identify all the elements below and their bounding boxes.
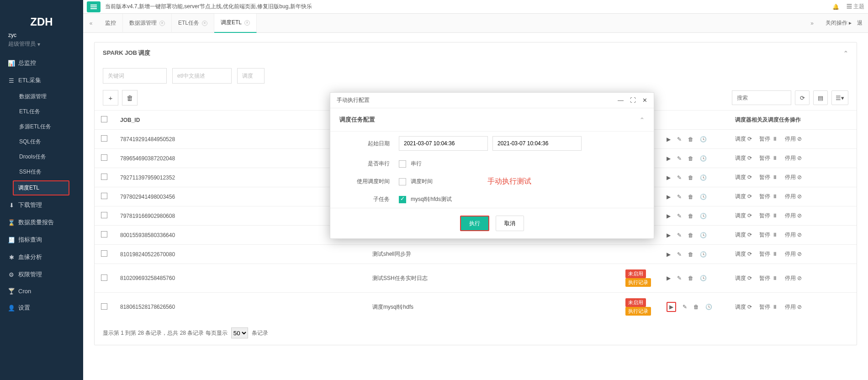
nav-sql-task[interactable]: SQL任务	[0, 134, 83, 149]
serial-checkbox[interactable]	[399, 160, 406, 168]
columns-button[interactable]: ☰▾	[831, 90, 848, 105]
tab-etl[interactable]: ETL任务×	[172, 14, 214, 33]
clock-icon[interactable]: 🕓	[700, 251, 707, 258]
row-checkbox[interactable]	[101, 231, 107, 238]
pause-action[interactable]: 暂停 ⏸	[759, 135, 777, 143]
stop-action[interactable]: 停用 ⊘	[785, 231, 802, 239]
schedule-action[interactable]: 调度 ⟳	[735, 274, 752, 282]
stop-action[interactable]: 停用 ⊘	[785, 303, 802, 311]
toggle-view-button[interactable]: ▤	[813, 90, 828, 105]
log-badge[interactable]: 执行记录	[625, 278, 651, 287]
play-icon[interactable]: ▶	[667, 194, 671, 200]
edit-icon[interactable]: ✎	[677, 251, 682, 258]
nav-quality[interactable]: ⌛数据质量报告	[0, 214, 83, 231]
delete-button[interactable]: 🗑	[122, 90, 138, 106]
trash-icon[interactable]: 🗑	[688, 174, 693, 181]
stop-action[interactable]: 停用 ⊘	[785, 274, 802, 282]
theme-toggle[interactable]: ☰ 主题	[847, 3, 864, 11]
schedule-action[interactable]: 调度 ⟳	[735, 303, 752, 311]
stop-action[interactable]: 停用 ⊘	[785, 174, 802, 181]
stop-action[interactable]: 停用 ⊘	[785, 135, 802, 143]
stop-action[interactable]: 停用 ⊘	[785, 250, 802, 258]
play-icon[interactable]: ▶	[667, 251, 671, 258]
cancel-button[interactable]: 取消	[496, 216, 524, 231]
clock-icon[interactable]: 🕓	[700, 136, 707, 142]
pause-action[interactable]: 暂停 ⏸	[759, 174, 777, 181]
clock-icon[interactable]: 🕓	[700, 213, 707, 219]
close-icon[interactable]: ×	[244, 20, 250, 26]
date-to-input[interactable]	[492, 136, 582, 151]
edit-icon[interactable]: ✎	[677, 213, 682, 219]
clock-icon[interactable]: 🕓	[705, 304, 712, 310]
nav-metrics[interactable]: 🧾指标查询	[0, 231, 83, 248]
menu-toggle-button[interactable]	[87, 1, 101, 12]
tabs-next-button[interactable]: »	[804, 20, 820, 26]
play-icon[interactable]: ▶	[667, 275, 671, 281]
edit-icon[interactable]: ✎	[677, 155, 682, 162]
nav-permission[interactable]: ⚙权限管理	[0, 266, 83, 283]
schedule-action[interactable]: 调度 ⟳	[735, 154, 752, 162]
filter-etl-input[interactable]	[172, 68, 232, 84]
pause-action[interactable]: 暂停 ⏸	[759, 193, 777, 201]
nav-etl-task[interactable]: ETL任务	[0, 104, 83, 119]
play-icon[interactable]: ▶	[667, 302, 676, 312]
pause-action[interactable]: 暂停 ⏸	[759, 212, 777, 220]
trash-icon[interactable]: 🗑	[688, 251, 693, 258]
stop-action[interactable]: 停用 ⊘	[785, 154, 802, 162]
execute-button[interactable]: 执行	[460, 216, 489, 231]
stop-action[interactable]: 停用 ⊘	[785, 193, 802, 201]
row-checkbox[interactable]	[101, 135, 107, 142]
refresh-button[interactable]: ⟳	[795, 90, 810, 105]
trash-icon[interactable]: 🗑	[688, 275, 693, 281]
trash-icon[interactable]: 🗑	[688, 155, 693, 162]
nav-settings[interactable]: 👤设置	[0, 299, 83, 317]
trash-icon[interactable]: 🗑	[693, 304, 699, 310]
filter-schedule-input[interactable]	[237, 68, 265, 84]
select-all-checkbox[interactable]	[101, 116, 107, 122]
user-role-dropdown[interactable]: 超级管理员▾	[8, 40, 75, 48]
edit-icon[interactable]: ✎	[677, 136, 682, 142]
pause-action[interactable]: 暂停 ⏸	[759, 250, 777, 258]
nav-datasource[interactable]: 数据源管理	[0, 89, 83, 104]
schedule-action[interactable]: 调度 ⟳	[735, 231, 752, 239]
schedule-action[interactable]: 调度 ⟳	[735, 135, 752, 143]
modal-maximize-button[interactable]: ⛶	[630, 97, 636, 104]
row-checkbox[interactable]	[101, 303, 107, 310]
edit-icon[interactable]: ✎	[677, 232, 682, 238]
search-input[interactable]	[732, 90, 791, 105]
nav-multi-etl[interactable]: 多源ETL任务	[0, 119, 83, 134]
schedule-action[interactable]: 调度 ⟳	[735, 193, 752, 201]
collapse-icon[interactable]: ⌃	[843, 50, 848, 57]
close-icon[interactable]: ×	[202, 21, 207, 26]
row-checkbox[interactable]	[101, 250, 107, 257]
nav-drools-task[interactable]: Drools任务	[0, 149, 83, 164]
play-icon[interactable]: ▶	[667, 155, 671, 162]
nav-schedule-etl[interactable]: 调度ETL	[13, 180, 69, 195]
clock-icon[interactable]: 🕓	[700, 155, 707, 162]
trash-icon[interactable]: 🗑	[688, 194, 693, 200]
play-icon[interactable]: ▶	[667, 174, 671, 181]
usetime-checkbox[interactable]	[399, 178, 406, 185]
nav-etl-group[interactable]: ☰ETL采集	[0, 72, 83, 89]
trash-icon[interactable]: 🗑	[688, 136, 693, 142]
edit-icon[interactable]: ✎	[677, 194, 682, 200]
close-icon[interactable]: ×	[159, 21, 165, 26]
pause-action[interactable]: 暂停 ⏸	[759, 231, 777, 239]
nav-lineage[interactable]: ✱血缘分析	[0, 248, 83, 266]
subtask-checkbox[interactable]	[399, 196, 406, 203]
clock-icon[interactable]: 🕓	[700, 194, 707, 200]
close-operations-menu[interactable]: 关闭操作 ▸	[826, 19, 852, 27]
row-checkbox[interactable]	[101, 154, 107, 161]
tab-datasource[interactable]: 数据源管理×	[123, 14, 172, 33]
row-checkbox[interactable]	[101, 212, 107, 218]
nav-cron[interactable]: 🍸Cron	[0, 283, 83, 299]
play-icon[interactable]: ▶	[667, 232, 671, 238]
edit-icon[interactable]: ✎	[683, 304, 687, 310]
schedule-action[interactable]: 调度 ⟳	[735, 250, 752, 258]
stop-action[interactable]: 停用 ⊘	[785, 212, 802, 220]
tab-monitor[interactable]: 监控	[99, 14, 123, 33]
trash-icon[interactable]: 🗑	[688, 213, 693, 219]
clock-icon[interactable]: 🕓	[700, 174, 707, 181]
pause-action[interactable]: 暂停 ⏸	[759, 154, 777, 162]
tabs-prev-button[interactable]: «	[83, 20, 99, 26]
